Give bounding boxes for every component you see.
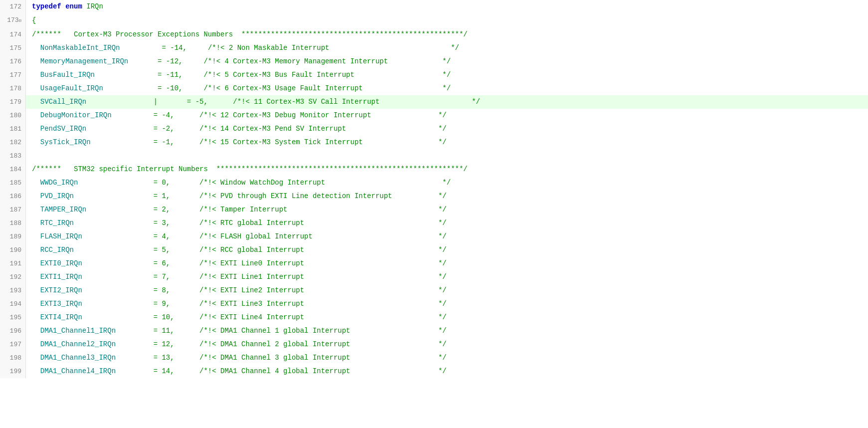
code-content[interactable]: EXTI1_IRQn = 7, /*!< EXTI Line1 Interrup… <box>26 270 447 284</box>
code-content[interactable]: DMA1_Channel1_IRQn = 11, /*!< DMA1 Chann… <box>26 324 447 338</box>
code-text: = 10, <box>82 313 199 321</box>
line-number: 188 <box>0 216 26 230</box>
code-content[interactable]: EXTI0_IRQn = 6, /*!< EXTI Line0 Interrup… <box>26 257 447 270</box>
code-content[interactable]: typedef enum IRQn <box>26 0 103 13</box>
code-text: = 1, <box>74 192 199 200</box>
code-content[interactable]: MemoryManagement_IRQn = -12, /*!< 4 Cort… <box>26 55 451 68</box>
code-text: | = -5, <box>86 98 233 106</box>
code-content[interactable]: EXTI3_IRQn = 9, /*!< EXTI Line3 Interrup… <box>26 297 447 311</box>
comment: /*!< 2 Non Maskable Interrupt */ <box>208 44 459 52</box>
code-line: 174/****** Cortex-M3 Processor Exception… <box>0 28 868 41</box>
code-text: = -4, <box>112 111 199 119</box>
code-content[interactable]: PendSV_IRQn = -2, /*!< 14 Cortex-M3 Pend… <box>26 122 447 136</box>
code-content[interactable]: EXTI2_IRQn = 8, /*!< EXTI Line2 Interrup… <box>26 284 447 297</box>
code-line: 183 <box>0 149 868 163</box>
code-line: 197 DMA1_Channel2_IRQn = 12, /*!< DMA1 C… <box>0 338 868 351</box>
comment: /*!< 4 Cortex-M3 Memory Management Inter… <box>203 57 451 65</box>
code-text: { <box>32 16 36 24</box>
line-number: 198 <box>0 351 26 365</box>
comment: /*!< 15 Cortex-M3 System Tick Interrupt … <box>199 138 447 146</box>
comment: /*!< 12 Cortex-M3 Debug Monitor Interrup… <box>199 111 447 119</box>
comment: /*!< DMA1 Channel 4 global Interrupt */ <box>199 367 447 375</box>
code-content[interactable]: SysTick_IRQn = -1, /*!< 15 Cortex-M3 Sys… <box>26 136 447 149</box>
code-content[interactable]: WWDG_IRQn = 0, /*!< Window WatchDog Inte… <box>26 176 451 190</box>
code-content[interactable]: RTC_IRQn = 3, /*!< RTC global Interrupt … <box>26 216 447 230</box>
comment: /*!< DMA1 Channel 1 global Interrupt */ <box>199 327 447 335</box>
identifier: NonMaskableInt_IRQn <box>32 44 120 52</box>
code-content[interactable]: TAMPER_IRQn = 2, /*!< Tamper Interrupt *… <box>26 203 447 216</box>
identifier: DMA1_Channel3_IRQn <box>32 354 116 362</box>
code-content[interactable]: DMA1_Channel2_IRQn = 12, /*!< DMA1 Chann… <box>26 338 447 351</box>
code-content[interactable]: NonMaskableInt_IRQn = -14, /*!< 2 Non Ma… <box>26 41 459 55</box>
code-content[interactable]: SVCall_IRQn | = -5, /*!< 11 Cortex-M3 SV… <box>26 95 480 109</box>
line-number: 193 <box>0 284 26 297</box>
identifier: EXTI3_IRQn <box>32 300 82 308</box>
comment: /*!< EXTI Line4 Interrupt */ <box>199 313 447 321</box>
code-content[interactable]: UsageFault_IRQn = -10, /*!< 6 Cortex-M3 … <box>26 82 451 95</box>
line-number: 197 <box>0 338 26 351</box>
comment: /****** Cortex-M3 Processor Exceptions N… <box>32 30 468 38</box>
code-line: 175 NonMaskableInt_IRQn = -14, /*!< 2 No… <box>0 41 868 55</box>
code-content[interactable]: DebugMonitor_IRQn = -4, /*!< 12 Cortex-M… <box>26 109 447 122</box>
code-line: 181 PendSV_IRQn = -2, /*!< 14 Cortex-M3 … <box>0 122 868 136</box>
identifier: EXTI2_IRQn <box>32 286 82 294</box>
code-line: 194 EXTI3_IRQn = 9, /*!< EXTI Line3 Inte… <box>0 297 868 311</box>
code-content[interactable]: RCC_IRQn = 5, /*!< RCC global Interrupt … <box>26 243 447 257</box>
comment: /*!< 11 Cortex-M3 SV Call Interrupt */ <box>233 98 480 106</box>
line-number: 176 <box>0 55 26 68</box>
code-content[interactable]: DMA1_Channel3_IRQn = 13, /*!< DMA1 Chann… <box>26 351 447 365</box>
code-content[interactable]: EXTI4_IRQn = 10, /*!< EXTI Line4 Interru… <box>26 311 447 324</box>
comment: /*!< PVD through EXTI Line detection Int… <box>199 192 447 200</box>
code-content[interactable]: { <box>26 14 36 27</box>
identifier: DebugMonitor_IRQn <box>32 111 112 119</box>
code-content[interactable]: BusFault_IRQn = -11, /*!< 5 Cortex-M3 Bu… <box>26 68 451 82</box>
identifier: WWDG_IRQn <box>32 179 78 187</box>
comment: /*!< EXTI Line3 Interrupt */ <box>199 300 447 308</box>
identifier: BusFault_IRQn <box>32 71 95 79</box>
identifier: MemoryManagement_IRQn <box>32 57 128 65</box>
code-line: 178 UsageFault_IRQn = -10, /*!< 6 Cortex… <box>0 82 868 95</box>
code-line: 196 DMA1_Channel1_IRQn = 11, /*!< DMA1 C… <box>0 324 868 338</box>
line-number: 196 <box>0 324 26 338</box>
comment: /*!< EXTI Line2 Interrupt */ <box>199 286 447 294</box>
code-text: = 14, <box>116 367 199 375</box>
keyword: typedef enum <box>32 2 82 10</box>
code-text: = 0, <box>78 179 199 187</box>
line-number: 191 <box>0 257 26 270</box>
code-line: 187 TAMPER_IRQn = 2, /*!< Tamper Interru… <box>0 203 868 216</box>
code-line: 184/****** STM32 specific Interrupt Numb… <box>0 163 868 176</box>
code-line: 176 MemoryManagement_IRQn = -12, /*!< 4 … <box>0 55 868 68</box>
line-number: 180 <box>0 109 26 122</box>
comment: /*!< EXTI Line1 Interrupt */ <box>199 273 447 281</box>
line-number: 173⊟ <box>0 13 26 28</box>
line-number: 183 <box>0 149 26 163</box>
code-line: 191 EXTI0_IRQn = 6, /*!< EXTI Line0 Inte… <box>0 257 868 270</box>
comment: /*!< EXTI Line0 Interrupt */ <box>199 259 447 267</box>
identifier: EXTI1_IRQn <box>32 273 82 281</box>
comment: /*!< RTC global Interrupt */ <box>199 219 447 227</box>
code-text: = 11, <box>116 327 199 335</box>
line-number: 185 <box>0 176 26 190</box>
code-content[interactable]: DMA1_Channel4_IRQn = 14, /*!< DMA1 Chann… <box>26 365 447 378</box>
code-text: IRQn <box>82 2 103 10</box>
code-content[interactable]: /****** STM32 specific Interrupt Numbers… <box>26 163 468 176</box>
comment: /*!< DMA1 Channel 3 global Interrupt */ <box>199 354 447 362</box>
code-content[interactable]: PVD_IRQn = 1, /*!< PVD through EXTI Line… <box>26 190 447 203</box>
code-line: 179 SVCall_IRQn | = -5, /*!< 11 Cortex-M… <box>0 95 868 109</box>
code-text: = 6, <box>82 259 199 267</box>
code-text: = 13, <box>116 354 199 362</box>
line-number: 192 <box>0 270 26 284</box>
code-text: = 12, <box>116 340 199 348</box>
line-number: 179 <box>0 95 26 109</box>
comment: /*!< Tamper Interrupt */ <box>199 206 447 214</box>
code-line: 185 WWDG_IRQn = 0, /*!< Window WatchDog … <box>0 176 868 190</box>
comment: /*!< RCC global Interrupt */ <box>199 246 447 254</box>
code-content[interactable]: FLASH_IRQn = 4, /*!< FLASH global Interr… <box>26 230 447 243</box>
line-number: 174 <box>0 28 26 41</box>
code-content[interactable]: /****** Cortex-M3 Processor Exceptions N… <box>26 28 468 41</box>
code-line: 193 EXTI2_IRQn = 8, /*!< EXTI Line2 Inte… <box>0 284 868 297</box>
comment: /*!< 5 Cortex-M3 Bus Fault Interrupt */ <box>203 71 451 79</box>
code-text: = 3, <box>74 219 199 227</box>
line-number: 178 <box>0 82 26 95</box>
code-line: 190 RCC_IRQn = 5, /*!< RCC global Interr… <box>0 243 868 257</box>
